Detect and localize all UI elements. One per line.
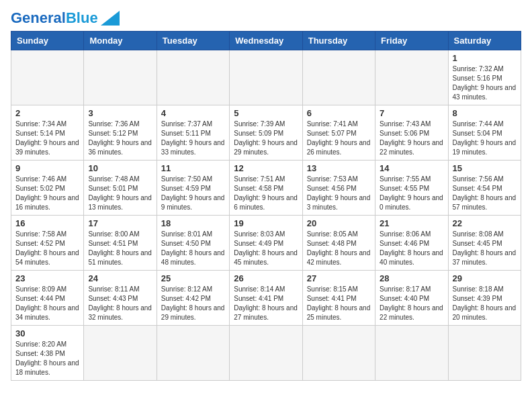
logo-general: General [11,9,66,26]
day-info: Sunrise: 8:03 AM Sunset: 4:49 PM Dayligh… [234,230,298,267]
weekday-header-saturday: Saturday [448,32,521,50]
calendar-cell [84,50,157,105]
day-number: 14 [380,163,443,173]
calendar-cell [11,50,84,105]
calendar-cell [230,50,302,105]
day-number: 28 [380,273,443,283]
calendar-body: 1Sunrise: 7:32 AM Sunset: 5:16 PM Daylig… [11,50,521,381]
calendar-cell [157,326,229,381]
calendar-cell: 9Sunrise: 7:46 AM Sunset: 5:02 PM Daylig… [11,161,84,216]
logo: GeneralBlue [11,11,120,26]
day-info: Sunrise: 7:56 AM Sunset: 4:54 PM Dayligh… [453,175,517,212]
day-info: Sunrise: 7:48 AM Sunset: 5:01 PM Dayligh… [88,175,152,212]
calendar-week-3: 9Sunrise: 7:46 AM Sunset: 5:02 PM Daylig… [11,161,521,216]
day-number: 21 [380,218,443,228]
weekday-header-friday: Friday [375,32,448,50]
calendar-cell: 3Sunrise: 7:36 AM Sunset: 5:12 PM Daylig… [84,105,157,161]
day-info: Sunrise: 8:08 AM Sunset: 4:45 PM Dayligh… [453,230,517,267]
calendar-cell: 5Sunrise: 7:39 AM Sunset: 5:09 PM Daylig… [230,105,302,161]
day-number: 20 [307,218,371,228]
day-info: Sunrise: 8:18 AM Sunset: 4:39 PM Dayligh… [453,285,517,322]
calendar-cell [448,326,521,381]
day-number: 27 [307,273,371,283]
calendar-cell: 25Sunrise: 8:12 AM Sunset: 4:42 PM Dayli… [157,271,229,326]
calendar-cell: 19Sunrise: 8:03 AM Sunset: 4:49 PM Dayli… [230,216,302,271]
day-number: 26 [234,273,298,283]
day-info: Sunrise: 8:11 AM Sunset: 4:43 PM Dayligh… [88,285,152,322]
calendar-header-row: SundayMondayTuesdayWednesdayThursdayFrid… [11,32,521,50]
day-info: Sunrise: 7:41 AM Sunset: 5:07 PM Dayligh… [307,120,371,157]
calendar-cell: 8Sunrise: 7:44 AM Sunset: 5:04 PM Daylig… [448,105,521,161]
day-info: Sunrise: 8:14 AM Sunset: 4:41 PM Dayligh… [234,285,298,322]
calendar-cell: 15Sunrise: 7:56 AM Sunset: 4:54 PM Dayli… [448,161,521,216]
calendar-cell: 2Sunrise: 7:34 AM Sunset: 5:14 PM Daylig… [11,105,84,161]
weekday-header-tuesday: Tuesday [157,32,229,50]
calendar-week-6: 30Sunrise: 8:20 AM Sunset: 4:38 PM Dayli… [11,326,521,381]
day-number: 24 [88,273,152,283]
day-info: Sunrise: 7:36 AM Sunset: 5:12 PM Dayligh… [88,120,152,157]
logo-text: GeneralBlue [11,11,98,26]
day-number: 2 [15,108,79,118]
calendar-cell: 26Sunrise: 8:14 AM Sunset: 4:41 PM Dayli… [230,271,302,326]
calendar-cell: 14Sunrise: 7:55 AM Sunset: 4:55 PM Dayli… [375,161,448,216]
day-number: 1 [453,53,517,63]
calendar-cell: 17Sunrise: 8:00 AM Sunset: 4:51 PM Dayli… [84,216,157,271]
svg-marker-0 [101,11,120,26]
calendar-cell [375,50,448,105]
day-number: 29 [453,273,517,283]
weekday-header-wednesday: Wednesday [230,32,302,50]
day-number: 23 [15,273,79,283]
day-info: Sunrise: 8:01 AM Sunset: 4:50 PM Dayligh… [161,230,225,267]
day-number: 8 [453,108,517,118]
calendar-cell: 21Sunrise: 8:06 AM Sunset: 4:46 PM Dayli… [375,216,448,271]
day-info: Sunrise: 8:05 AM Sunset: 4:48 PM Dayligh… [307,230,371,267]
calendar-cell [84,326,157,381]
calendar-cell [230,326,302,381]
day-info: Sunrise: 8:15 AM Sunset: 4:41 PM Dayligh… [307,285,371,322]
calendar-cell: 23Sunrise: 8:09 AM Sunset: 4:44 PM Dayli… [11,271,84,326]
calendar-cell: 7Sunrise: 7:43 AM Sunset: 5:06 PM Daylig… [375,105,448,161]
weekday-header-monday: Monday [84,32,157,50]
day-info: Sunrise: 8:12 AM Sunset: 4:42 PM Dayligh… [161,285,225,322]
day-info: Sunrise: 7:43 AM Sunset: 5:06 PM Dayligh… [380,120,443,157]
calendar-week-1: 1Sunrise: 7:32 AM Sunset: 5:16 PM Daylig… [11,50,521,105]
day-number: 3 [88,108,152,118]
day-info: Sunrise: 7:32 AM Sunset: 5:16 PM Dayligh… [453,64,517,102]
calendar-cell [302,50,375,105]
weekday-header-thursday: Thursday [302,32,375,50]
day-number: 22 [453,218,517,228]
calendar-cell: 1Sunrise: 7:32 AM Sunset: 5:16 PM Daylig… [448,50,521,105]
day-number: 19 [234,218,298,228]
day-number: 18 [161,218,225,228]
calendar-cell: 18Sunrise: 8:01 AM Sunset: 4:50 PM Dayli… [157,216,229,271]
day-info: Sunrise: 8:00 AM Sunset: 4:51 PM Dayligh… [88,230,152,267]
day-number: 30 [15,328,79,338]
day-info: Sunrise: 7:51 AM Sunset: 4:58 PM Dayligh… [234,175,298,212]
day-number: 11 [161,163,225,173]
calendar-cell: 20Sunrise: 8:05 AM Sunset: 4:48 PM Dayli… [302,216,375,271]
day-number: 25 [161,273,225,283]
day-number: 16 [15,218,79,228]
day-number: 13 [307,163,371,173]
calendar-cell: 6Sunrise: 7:41 AM Sunset: 5:07 PM Daylig… [302,105,375,161]
day-number: 5 [234,108,298,118]
calendar-cell: 13Sunrise: 7:53 AM Sunset: 4:56 PM Dayli… [302,161,375,216]
calendar-cell: 28Sunrise: 8:17 AM Sunset: 4:40 PM Dayli… [375,271,448,326]
day-info: Sunrise: 7:44 AM Sunset: 5:04 PM Dayligh… [453,120,517,157]
day-info: Sunrise: 7:34 AM Sunset: 5:14 PM Dayligh… [15,120,79,157]
day-number: 15 [453,163,517,173]
day-info: Sunrise: 7:58 AM Sunset: 4:52 PM Dayligh… [15,230,79,267]
day-info: Sunrise: 8:06 AM Sunset: 4:46 PM Dayligh… [380,230,443,267]
weekday-header-sunday: Sunday [11,32,84,50]
calendar-cell: 11Sunrise: 7:50 AM Sunset: 4:59 PM Dayli… [157,161,229,216]
calendar-cell: 16Sunrise: 7:58 AM Sunset: 4:52 PM Dayli… [11,216,84,271]
day-info: Sunrise: 8:20 AM Sunset: 4:38 PM Dayligh… [15,340,79,377]
day-info: Sunrise: 7:46 AM Sunset: 5:02 PM Dayligh… [15,175,79,212]
day-number: 7 [380,108,443,118]
calendar-cell: 29Sunrise: 8:18 AM Sunset: 4:39 PM Dayli… [448,271,521,326]
day-info: Sunrise: 7:55 AM Sunset: 4:55 PM Dayligh… [380,175,443,212]
page-header: GeneralBlue [11,11,521,26]
day-number: 12 [234,163,298,173]
calendar-cell: 27Sunrise: 8:15 AM Sunset: 4:41 PM Dayli… [302,271,375,326]
calendar-cell [302,326,375,381]
